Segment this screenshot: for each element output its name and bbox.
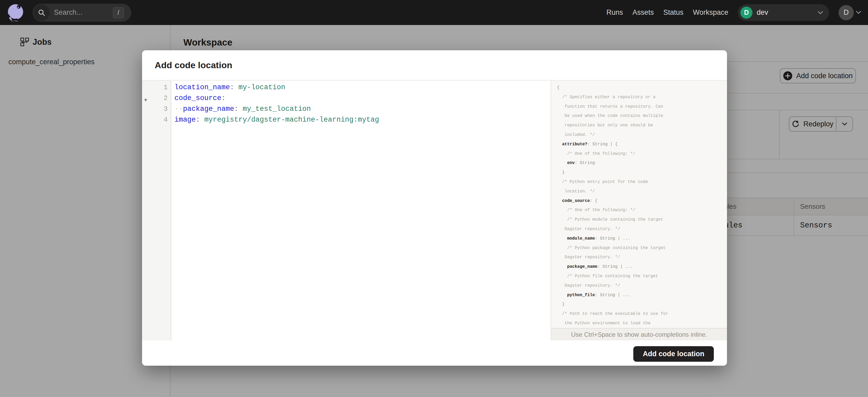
- nav-link-assets[interactable]: Assets: [632, 8, 654, 17]
- dialog-footer: Add code location: [142, 340, 727, 366]
- dagster-logo-icon[interactable]: [6, 3, 25, 22]
- nav-link-status[interactable]: Status: [663, 8, 684, 17]
- deployment-badge: D: [740, 7, 752, 19]
- user-avatar: D: [839, 5, 854, 20]
- nav-link-workspace[interactable]: Workspace: [693, 8, 728, 17]
- chevron-down-icon: [856, 11, 861, 14]
- user-menu[interactable]: D: [839, 5, 861, 20]
- autocomplete-hint: Use Ctrl+Space to show auto-completions …: [551, 328, 727, 340]
- search-shortcut-key: /: [113, 7, 124, 19]
- editor-gutter: ▾ 1234: [142, 81, 171, 340]
- top-navigation-bar: Search... / Runs Assets Status Workspace…: [0, 0, 868, 25]
- nav-link-runs[interactable]: Runs: [607, 8, 623, 17]
- search-placeholder: Search...: [54, 8, 82, 17]
- search-icon: [33, 4, 50, 21]
- add-code-location-submit-button[interactable]: Add code location: [633, 346, 714, 362]
- editor-code-lines[interactable]: location_name: my-locationcode_source:··…: [171, 81, 551, 340]
- deployment-name: dev: [757, 8, 768, 17]
- schema-lines: { /* Specifies either a repository or a …: [551, 81, 727, 328]
- dialog-title: Add code location: [155, 60, 232, 70]
- config-schema-panel: { /* Specifies either a repository or a …: [551, 81, 727, 340]
- chevron-down-icon: [817, 11, 823, 14]
- deployment-switcher[interactable]: D dev: [738, 4, 829, 21]
- add-code-location-dialog: Add code location ▾ 1234 location_name: …: [142, 50, 727, 366]
- yaml-config-editor[interactable]: ▾ 1234 location_name: my-locationcode_so…: [142, 81, 551, 340]
- dialog-header: Add code location: [142, 50, 727, 81]
- fold-arrow-icon[interactable]: ▾: [144, 94, 147, 105]
- global-search-input[interactable]: Search... /: [33, 4, 131, 22]
